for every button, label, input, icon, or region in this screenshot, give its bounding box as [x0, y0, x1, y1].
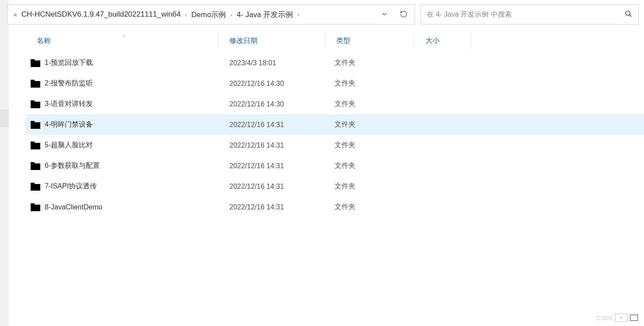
- file-row[interactable]: 8-JavaClientDemo2022/12/16 14:31文件夹: [25, 197, 644, 217]
- left-strip: [0, 0, 9, 326]
- breadcrumb-seg-2[interactable]: 4- Java 开发示例: [235, 10, 295, 20]
- file-row[interactable]: 5-超脑人脸比对2022/12/16 14:31文件夹: [25, 135, 644, 156]
- folder-icon: [31, 203, 40, 211]
- folder-icon: [31, 100, 40, 108]
- file-type: 文件夹: [325, 120, 414, 129]
- top-bar: « CH-HCNetSDKV6.1.9.47_build20221111_win…: [7, 4, 639, 25]
- breadcrumb-seg-1[interactable]: Demo示例: [190, 10, 228, 20]
- chevrons-left-icon[interactable]: «: [14, 11, 17, 18]
- watermark: CSDN: [596, 314, 638, 322]
- refresh-icon[interactable]: [400, 10, 408, 19]
- file-row[interactable]: 4-明眸门禁设备2022/12/16 14:31文件夹: [25, 114, 644, 135]
- folder-icon: [31, 121, 40, 129]
- file-type: 文件夹: [325, 58, 414, 67]
- file-name: 2-报警布防监听: [45, 79, 93, 88]
- file-name: 5-超脑人脸比对: [45, 141, 93, 150]
- file-name: 6-参数获取与配置: [45, 161, 100, 170]
- folder-icon: [31, 162, 40, 170]
- search-icon[interactable]: [625, 10, 632, 19]
- file-row[interactable]: 2-报警布防监听2022/12/16 14:30文件夹: [25, 73, 644, 94]
- file-name: 1-预览回放下载: [45, 58, 93, 67]
- file-date: 2022/12/16 14:30: [218, 80, 325, 88]
- file-date: 2023/4/3 18:01: [218, 59, 325, 67]
- header-name[interactable]: 名称 ⌃: [25, 33, 218, 49]
- file-type: 文件夹: [325, 99, 414, 109]
- file-date: 2022/12/16 14:31: [218, 203, 325, 211]
- svg-line-1: [630, 15, 631, 17]
- breadcrumb-seg-0[interactable]: CH-HCNetSDKV6.1.9.47_build20221111_win64: [20, 10, 183, 19]
- file-name: 4-明眸门禁设备: [45, 120, 93, 129]
- file-row[interactable]: 3-语音对讲转发2022/12/16 14:30文件夹: [25, 94, 644, 114]
- eye-icon: [615, 314, 627, 322]
- svg-point-0: [626, 11, 630, 15]
- strip-grip: [0, 110, 9, 127]
- file-date: 2022/12/16 14:31: [218, 162, 325, 170]
- file-type: 文件夹: [325, 161, 414, 170]
- file-date: 2022/12/16 14:31: [218, 142, 325, 149]
- search-box[interactable]: [420, 4, 639, 25]
- sort-indicator-icon: ⌃: [122, 35, 126, 40]
- history-dropdown-icon[interactable]: [380, 10, 388, 19]
- file-row[interactable]: 1-预览回放下载2023/4/3 18:01文件夹: [25, 53, 644, 73]
- folder-icon: [31, 80, 40, 88]
- file-type: 文件夹: [325, 141, 414, 150]
- file-row[interactable]: 6-参数获取与配置2022/12/16 14:31文件夹: [25, 156, 644, 176]
- file-name: 3-语音对讲转发: [45, 99, 93, 109]
- header-date[interactable]: 修改日期: [218, 33, 325, 49]
- column-headers: 名称 ⌃ 修改日期 类型 大小: [25, 31, 644, 51]
- file-date: 2022/12/16 14:31: [218, 121, 325, 129]
- file-type: 文件夹: [325, 79, 414, 88]
- folder-icon: [31, 142, 40, 149]
- file-list: 1-预览回放下载2023/4/3 18:01文件夹2-报警布防监听2022/12…: [25, 53, 644, 217]
- square-icon: [630, 315, 638, 321]
- address-bar[interactable]: « CH-HCNetSDKV6.1.9.47_build20221111_win…: [7, 4, 415, 25]
- file-date: 2022/12/16 14:31: [218, 183, 325, 191]
- breadcrumb: « CH-HCNetSDKV6.1.9.47_build20221111_win…: [12, 10, 378, 20]
- chevron-right-icon: ›: [185, 11, 187, 18]
- chevron-right-icon: ›: [230, 11, 232, 18]
- header-type[interactable]: 类型: [325, 33, 414, 49]
- folder-icon: [31, 183, 40, 191]
- file-name: 8-JavaClientDemo: [45, 203, 102, 211]
- file-name: 7-ISAPI协议透传: [45, 182, 97, 191]
- folder-icon: [31, 59, 40, 67]
- search-input[interactable]: [427, 11, 625, 18]
- file-date: 2022/12/16 14:30: [218, 100, 325, 108]
- file-type: 文件夹: [325, 182, 414, 191]
- watermark-text: CSDN: [596, 315, 612, 321]
- chevron-right-icon: ›: [297, 11, 299, 18]
- file-type: 文件夹: [325, 202, 414, 212]
- file-row[interactable]: 7-ISAPI协议透传2022/12/16 14:31文件夹: [25, 176, 644, 197]
- header-size[interactable]: 大小: [414, 33, 471, 49]
